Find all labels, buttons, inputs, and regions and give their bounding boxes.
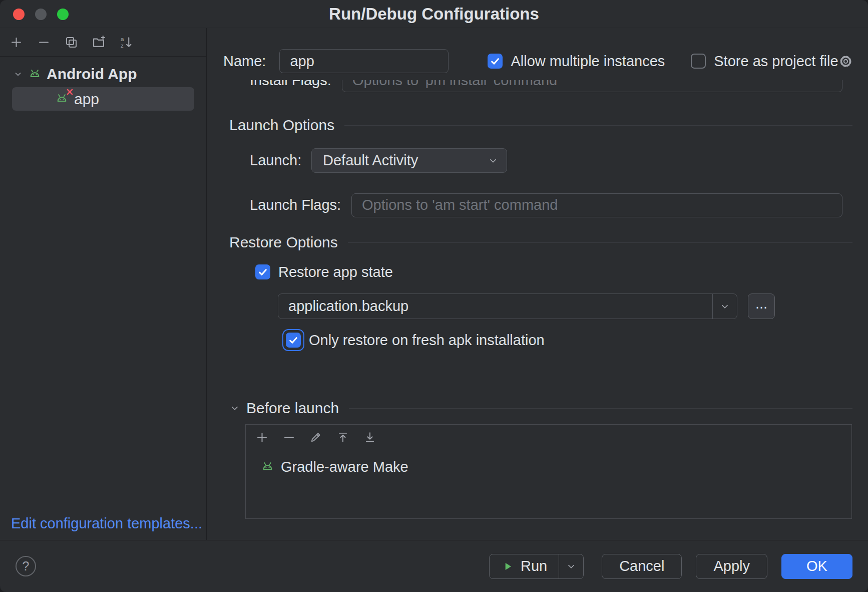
install-flags-input[interactable] (342, 80, 842, 92)
arrow-down-to-bar-icon (363, 431, 376, 444)
folder-plus-icon (92, 35, 106, 49)
cancel-button[interactable]: Cancel (602, 554, 682, 579)
close-window-button[interactable] (13, 9, 25, 20)
plus-icon (10, 36, 23, 49)
svg-text:z: z (121, 42, 124, 49)
only-restore-label: Only restore on fresh apk installation (309, 332, 545, 349)
zoom-window-button[interactable] (57, 9, 69, 20)
add-configuration-button[interactable] (8, 34, 24, 50)
chevron-down-icon (229, 403, 240, 414)
store-as-project-file-checkbox[interactable] (691, 54, 706, 69)
android-invalid-icon (55, 92, 69, 106)
install-flags-label: Install Flags: (250, 80, 338, 89)
dialog-footer: ? Run Cancel Apply OK (0, 540, 868, 592)
before-launch-task[interactable]: Gradle-aware Make (246, 457, 851, 477)
apply-button[interactable]: Apply (696, 554, 767, 579)
play-icon (501, 560, 514, 573)
restore-options-section-header: Restore Options (207, 233, 852, 251)
section-divider (349, 408, 852, 409)
name-row: Name: Allow multiple instances Store as … (207, 49, 852, 73)
android-icon (28, 68, 42, 81)
android-icon (261, 460, 274, 474)
help-button[interactable]: ? (16, 556, 36, 576)
tree-item-app[interactable]: app (12, 87, 194, 111)
chevron-down-icon (488, 155, 499, 166)
before-launch-task-list: Gradle-aware Make (245, 424, 852, 519)
run-options-dropdown-button[interactable] (559, 554, 583, 578)
sort-configurations-button[interactable]: a z (118, 34, 134, 50)
name-label: Name: (223, 53, 266, 70)
launch-options-section-header: Launch Options (207, 116, 852, 134)
launch-flags-label: Launch Flags: (250, 197, 338, 213)
store-as-project-file-label: Store as project file (714, 53, 838, 70)
restore-options-title: Restore Options (229, 234, 338, 251)
run-debug-configurations-dialog: Run/Debug Configurations a (0, 0, 868, 592)
before-launch-task-label: Gradle-aware Make (281, 459, 408, 475)
before-launch-title: Before launch (246, 400, 339, 417)
only-restore-row: Only restore on fresh apk installation (207, 329, 852, 351)
check-icon (258, 268, 267, 276)
pencil-icon (309, 431, 322, 444)
only-restore-checkbox[interactable] (286, 333, 301, 348)
backup-file-combobox[interactable]: application.backup (278, 293, 737, 319)
run-button[interactable]: Run (490, 554, 559, 578)
arrow-up-to-bar-icon (336, 431, 349, 444)
before-launch-toolbar (246, 425, 851, 450)
launch-row: Launch: Default Activity (207, 148, 852, 173)
install-flags-row: Install Flags: (207, 80, 852, 92)
before-launch-section-header: Before launch (207, 399, 852, 417)
section-divider (348, 242, 852, 243)
backup-file-dropdown-button[interactable] (712, 294, 737, 319)
name-input[interactable] (279, 49, 449, 73)
backup-file-value: application.backup (278, 294, 712, 319)
move-task-down-button[interactable] (362, 429, 378, 445)
copy-icon (65, 36, 78, 49)
edit-task-button[interactable] (308, 429, 324, 445)
remove-configuration-button[interactable] (36, 34, 52, 50)
browse-backup-file-button[interactable]: ... (748, 293, 775, 319)
window-title: Run/Debug Configurations (0, 0, 868, 28)
titlebar: Run/Debug Configurations (0, 0, 868, 28)
tree-item-label: app (74, 91, 99, 108)
launch-flags-input[interactable] (351, 193, 842, 217)
store-settings-button[interactable] (838, 54, 853, 69)
allow-multiple-instances-label: Allow multiple instances (511, 53, 665, 70)
tree-group-android-app[interactable]: Android App (0, 63, 206, 86)
check-icon (289, 337, 298, 344)
ok-button[interactable]: OK (781, 554, 852, 579)
backup-file-row: application.backup ... (207, 293, 852, 319)
minus-icon (282, 431, 296, 444)
configurations-sidebar: a z Android App (0, 28, 207, 540)
plus-icon (255, 431, 269, 444)
footer-buttons: Run Cancel Apply OK (489, 554, 852, 579)
minimize-window-button (35, 9, 47, 20)
restore-app-state-checkbox[interactable] (255, 264, 270, 279)
configuration-form: Name: Allow multiple instances Store as … (207, 28, 868, 540)
traffic-lights (13, 9, 69, 20)
edit-configuration-templates-link[interactable]: Edit configuration templates... (11, 515, 206, 532)
form-scroll-area[interactable]: Install Flags: Launch Options Launch: De… (207, 80, 852, 540)
section-divider (344, 125, 852, 126)
launch-flags-row: Launch Flags: (207, 193, 852, 217)
remove-task-button[interactable] (281, 429, 297, 445)
dialog-content: a z Android App (0, 28, 868, 540)
minus-icon (37, 36, 51, 49)
collapse-before-launch-button[interactable] (229, 403, 240, 414)
chevron-down-icon (719, 301, 730, 312)
tree-group-label: Android App (47, 66, 137, 83)
chevron-down-icon[interactable] (13, 69, 23, 79)
configurations-tree: Android App app (0, 63, 206, 111)
move-task-up-button[interactable] (335, 429, 351, 445)
sort-alphabetically-icon: a z (119, 35, 133, 49)
chevron-down-icon (566, 561, 577, 572)
run-button-label: Run (521, 558, 547, 574)
launch-activity-dropdown[interactable]: Default Activity (311, 148, 507, 173)
copy-configuration-button[interactable] (63, 34, 79, 50)
restore-app-state-row: Restore app state (207, 263, 852, 280)
new-folder-button[interactable] (91, 34, 107, 50)
svg-text:a: a (121, 36, 124, 42)
add-task-button[interactable] (254, 429, 270, 445)
run-split-button: Run (489, 554, 584, 579)
allow-multiple-instances-checkbox[interactable] (488, 54, 503, 69)
launch-activity-value: Default Activity (323, 152, 488, 169)
